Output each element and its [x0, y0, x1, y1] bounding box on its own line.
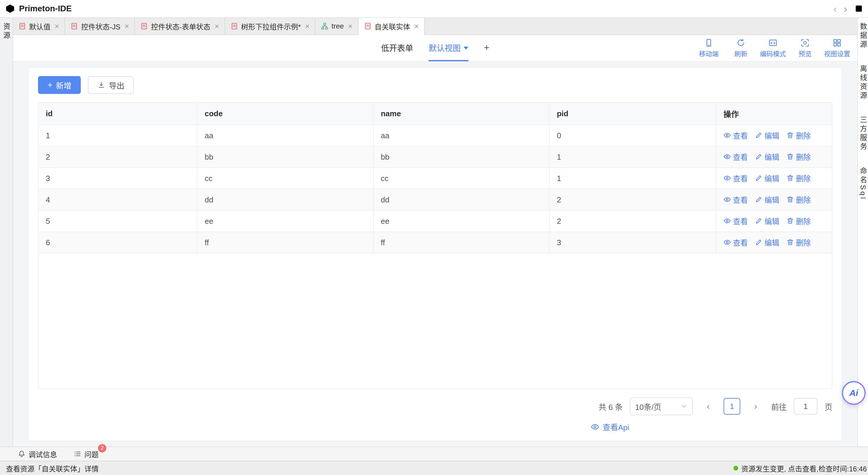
table-row: 3cccc1查看编辑删除: [39, 168, 832, 189]
cell-id: 2: [39, 146, 197, 168]
row-action-edit[interactable]: 编辑: [755, 237, 779, 247]
cell-code: bb: [197, 146, 373, 168]
row-action-eye[interactable]: 查看: [723, 215, 748, 226]
view-toolbar: 低开表单默认视图+ 移动端刷新编码模式预览视图设置: [13, 35, 857, 62]
page-1-button[interactable]: 1: [724, 398, 740, 415]
row-action-edit[interactable]: 编辑: [755, 173, 779, 183]
row-action-delete[interactable]: 删除: [786, 194, 811, 205]
workspace: 资源 默认值×控件状态-JS×控件状态-表单状态×树形下拉组件示例*×tree×…: [0, 18, 868, 446]
table-row: 1aaaa0查看编辑删除: [39, 125, 832, 146]
row-action-eye[interactable]: 查看: [723, 173, 748, 183]
ai-assistant-button[interactable]: Ai: [842, 381, 866, 405]
row-action-edit[interactable]: 编辑: [755, 151, 779, 162]
cell-actions: 查看编辑删除: [716, 168, 832, 189]
right-rail-item-2[interactable]: 三方服务: [858, 116, 868, 152]
tab-close-icon[interactable]: ×: [348, 22, 352, 31]
cell-code: ee: [197, 210, 373, 232]
page-size-select[interactable]: 10条/页: [630, 397, 693, 415]
row-action-eye[interactable]: 查看: [723, 130, 748, 141]
debug-info-button[interactable]: 调试信息: [18, 449, 57, 459]
resource-change-notice[interactable]: 资源发生变更, 点击查看,检查时间:16:46: [734, 463, 867, 474]
tab-close-icon[interactable]: ×: [414, 22, 419, 31]
row-action-edit[interactable]: 编辑: [755, 130, 779, 141]
cell-pid: 2: [549, 189, 716, 210]
eye-icon: [591, 422, 599, 431]
eye-icon: [723, 217, 731, 225]
row-action-delete[interactable]: 删除: [786, 173, 811, 183]
delete-icon: [786, 174, 794, 182]
row-action-delete[interactable]: 删除: [786, 237, 811, 247]
api-row: 查看Api: [38, 421, 832, 432]
statusbar: 查看资源「自关联实体」详情 资源发生变更, 点击查看,检查时间:16:46: [0, 461, 868, 475]
view-api-link[interactable]: 查看Api: [591, 421, 629, 432]
eye-icon: [723, 153, 731, 160]
goto-page-input[interactable]: [794, 398, 817, 415]
editor-tab-5[interactable]: 自关联实体×: [359, 18, 425, 35]
edit-icon: [755, 238, 763, 246]
cell-actions: 查看编辑删除: [716, 125, 832, 146]
editor-tab-1[interactable]: 控件状态-JS×: [65, 18, 135, 34]
prev-page-button[interactable]: ‹: [700, 398, 716, 415]
sidebar-item-resources[interactable]: 资源: [1, 23, 11, 40]
column-header: name: [373, 103, 550, 125]
action-mobile[interactable]: 移动端: [694, 38, 723, 58]
eye-icon: [723, 238, 731, 246]
cell-code: ff: [197, 232, 373, 253]
tab-close-icon[interactable]: ×: [305, 22, 310, 31]
status-message[interactable]: 查看资源「自关联实体」详情: [6, 463, 734, 474]
next-page-button[interactable]: ›: [747, 398, 764, 415]
right-rail-item-3[interactable]: 命名Sql: [858, 167, 868, 201]
cell-pid: 2: [549, 210, 716, 232]
cell-name: ff: [373, 232, 550, 253]
action-view-settings[interactable]: 视图设置: [823, 38, 851, 58]
add-button[interactable]: + 新增: [38, 76, 81, 94]
cell-pid: 3: [549, 232, 716, 253]
cell-name: ee: [373, 210, 550, 232]
tab-close-icon[interactable]: ×: [215, 22, 219, 31]
history-back-icon[interactable]: ‹: [833, 4, 837, 14]
row-action-eye[interactable]: 查看: [723, 194, 748, 205]
form-doc-icon: [364, 22, 372, 30]
editor-tab-3[interactable]: 树形下拉组件示例*×: [225, 18, 316, 34]
cell-id: 1: [39, 125, 197, 146]
action-preview[interactable]: 预览: [791, 38, 819, 58]
cell-pid: 0: [549, 125, 716, 146]
edit-icon: [755, 153, 763, 160]
row-action-delete[interactable]: 删除: [786, 130, 811, 141]
cell-name: dd: [373, 189, 550, 210]
table-row: 6ffff3查看编辑删除: [39, 232, 832, 253]
problems-button[interactable]: 问题 2: [74, 449, 99, 459]
view-tabs: 低开表单默认视图+: [381, 35, 490, 61]
view-tab-2[interactable]: +: [484, 35, 490, 61]
row-action-eye[interactable]: 查看: [723, 237, 748, 247]
list-icon: [74, 450, 82, 458]
right-rail-item-1[interactable]: 离线资源: [858, 65, 868, 100]
editor-tab-4[interactable]: tree×: [315, 18, 359, 34]
editor-tab-0[interactable]: 默认值×: [13, 18, 65, 34]
action-refresh[interactable]: 刷新: [726, 38, 755, 58]
row-action-delete[interactable]: 删除: [786, 151, 811, 162]
tab-close-icon[interactable]: ×: [55, 22, 59, 31]
view-tab-0[interactable]: 低开表单: [381, 35, 413, 61]
right-rail-item-0[interactable]: 数据源: [858, 23, 868, 49]
edit-icon: [755, 196, 763, 203]
table-card: + 新增 导出 idcodenamepid操作1aaaa0查看编辑删除2bbbb…: [29, 68, 842, 441]
cell-id: 5: [39, 210, 197, 232]
view-actions: 移动端刷新编码模式预览视图设置: [694, 38, 857, 58]
cell-code: cc: [197, 168, 373, 189]
view-tab-1[interactable]: 默认视图: [429, 35, 468, 61]
row-action-edit[interactable]: 编辑: [755, 194, 779, 205]
tab-close-icon[interactable]: ×: [124, 22, 129, 31]
action-code-mode[interactable]: 编码模式: [759, 38, 787, 58]
titlebar-actions: ‹ ›: [833, 4, 863, 14]
history-forward-icon[interactable]: ›: [844, 4, 847, 14]
row-action-edit[interactable]: 编辑: [755, 215, 779, 226]
export-button[interactable]: 导出: [88, 76, 134, 94]
delete-icon: [786, 217, 794, 225]
editor-tab-2[interactable]: 控件状态-表单状态×: [135, 18, 225, 34]
row-action-eye[interactable]: 查看: [723, 151, 748, 162]
row-action-delete[interactable]: 删除: [786, 215, 811, 226]
delete-icon: [786, 131, 794, 139]
save-icon[interactable]: [854, 4, 863, 13]
cell-actions: 查看编辑删除: [716, 210, 832, 232]
